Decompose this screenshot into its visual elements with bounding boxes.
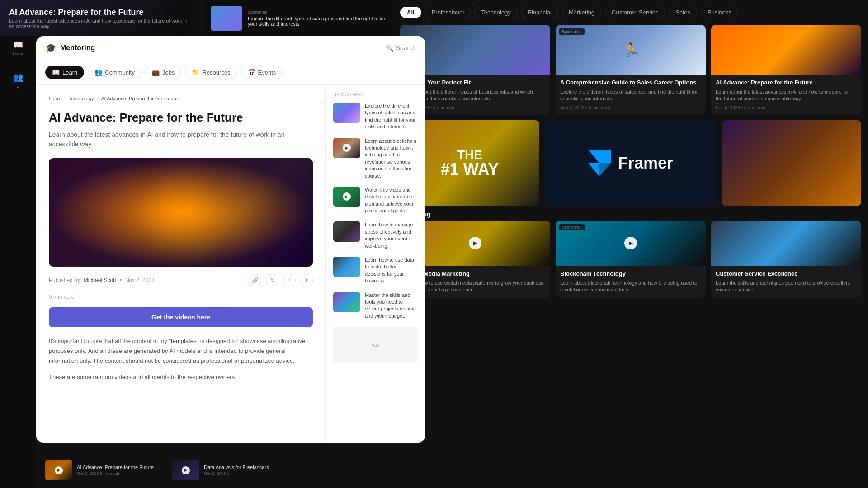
lower-card-2-play-btn[interactable]: ▶	[624, 237, 637, 249]
learn-tab-icon: 📖	[52, 69, 60, 76]
article-pane: Learn › Technology › AI Advance: Prepare…	[36, 85, 326, 443]
events-tab-icon: 📅	[248, 69, 255, 76]
card-3-read-time: 5 min read	[744, 105, 765, 110]
middle-card-3-overlay	[722, 120, 861, 206]
bottom-card-2-date: Nov 2, 2023	[204, 471, 226, 476]
framer-ad[interactable]: Framer	[545, 120, 717, 206]
sponsored-item-1[interactable]: Explore the different types of sales job…	[333, 103, 418, 131]
bg-top-right: Sponsored Explore the different types of…	[203, 0, 393, 36]
filter-all[interactable]: All	[400, 7, 421, 18]
share-linkedin-icon[interactable]: in	[300, 274, 313, 286]
sponsored-item-3[interactable]: ▶ Watch this video and develop a clear c…	[333, 187, 418, 215]
sponsored-thumb-2: ▶	[333, 138, 360, 158]
lower-card-2-play: ▶	[556, 221, 706, 266]
card-2-sponsored-badge: Sponsored	[559, 28, 585, 35]
learn-tab-label: Learn	[62, 69, 77, 76]
card-2-desc: Explore the different types of sales job…	[560, 89, 701, 103]
sponsored-text-2: Learn about blockchain technology and ho…	[365, 138, 418, 179]
play-button-2[interactable]: ▶	[343, 144, 351, 152]
cta-button[interactable]: Get the videos here	[49, 307, 313, 327]
card-2[interactable]: Sponsored 🏃 A Comprehensive Guide to Sal…	[556, 25, 706, 115]
lower-card-2-title: Blockchain Technology	[560, 270, 701, 278]
sponsored-item-6[interactable]: Master the skills and tools you need to …	[333, 292, 418, 320]
bottom-play-btn-1[interactable]: ▶	[55, 466, 63, 474]
bottom-thumb-1: ▶	[45, 460, 72, 480]
article-subtitle: Learn about the latest advances in AI an…	[49, 130, 313, 149]
nav-tab-resources[interactable]: 📁 Resources	[185, 66, 237, 79]
sponsored-item-2[interactable]: ▶ Learn about blockchain technology and …	[333, 138, 418, 179]
middle-card-3[interactable]	[722, 120, 861, 206]
sidebar-item-learn[interactable]: 📖 Learn	[9, 36, 27, 60]
play-button-3[interactable]: ▶	[343, 192, 351, 201]
bottom-card-1-read: 5 min read	[100, 471, 119, 476]
sponsored-thumb-4	[333, 221, 360, 242]
main-article-panel: 🎓 Mentoring 🔍 Search 📖 Learn 👥 Community…	[36, 36, 425, 443]
ads-placeholder: Ads	[333, 327, 418, 363]
read-time: 5 min read	[49, 294, 313, 300]
filter-sales[interactable]: Sales	[669, 7, 697, 18]
nav-tab-learn[interactable]: 📖 Learn	[45, 66, 84, 79]
sponsored-sidebar: Sponsored Explore the different types of…	[326, 85, 425, 443]
sponsored-text-4: Learn how to manage stress effectively a…	[365, 221, 418, 249]
lower-card-2-body: Blockchain Technology Learn about blockc…	[556, 266, 706, 298]
sponsored-text-3: Watch this video and develop a clear car…	[365, 187, 418, 215]
bottom-card-2[interactable]: ▶ Data Analysis for Freelancers Nov 2, 2…	[172, 460, 269, 480]
play-overlay-3: ▶	[333, 187, 360, 207]
svg-marker-0	[588, 150, 611, 163]
lower-card-2[interactable]: Sponsored ▶ Blockchain Technology Learn …	[556, 221, 706, 298]
share-fb-icon[interactable]: f	[283, 274, 296, 286]
bottom-play-btn-2[interactable]: ▶	[182, 466, 190, 474]
article-title: AI Advance: Prepare for the Future	[49, 110, 313, 126]
filter-customer-service[interactable]: Customer Service	[605, 7, 665, 18]
left-sidebar: 🎓 📖 Learn 👥 E	[0, 0, 36, 488]
search-button[interactable]: 🔍 Search	[386, 44, 416, 52]
resources-tab-icon: 📁	[192, 69, 199, 76]
author-name: Michael Scott	[84, 277, 116, 283]
modal-header: 🎓 Mentoring 🔍 Search	[36, 36, 425, 60]
framer-logo-icon	[588, 150, 611, 177]
card-3-image	[711, 25, 861, 75]
share-twitter-icon[interactable]: 𝕏	[266, 274, 278, 286]
nav-tab-community[interactable]: 👥 Community	[88, 66, 142, 79]
lower-card-1-play-btn[interactable]: ▶	[469, 237, 481, 249]
lower-card-3-desc: Learn the skills and techniques you need…	[716, 280, 857, 294]
community-icon: 👥	[13, 72, 23, 82]
bg-article-desc: Learn about the latest advances in AI an…	[9, 18, 190, 29]
article-author: Published by Michael Scott • Nov 2, 2023	[49, 277, 155, 283]
nav-tab-jobs[interactable]: 💼 Jobs	[145, 66, 181, 79]
sponsored-item-4[interactable]: Learn how to manage stress effectively a…	[333, 221, 418, 249]
breadcrumb-current: AI Advance: Prepare for the Future	[101, 96, 178, 101]
card-1-meta: Sep 3, 2023 • 5 min read	[405, 105, 546, 110]
sidebar-item-community[interactable]: 👥 E	[9, 69, 27, 92]
play-overlay-2: ▶	[333, 138, 360, 158]
middle-row: THE #1 WAY Framer	[400, 120, 861, 206]
lower-card-3-image	[711, 221, 861, 266]
search-icon: 🔍	[386, 44, 393, 52]
filter-marketing[interactable]: Marketing	[562, 7, 601, 18]
filter-technology[interactable]: Technology	[474, 7, 518, 18]
share-link-icon[interactable]: 🔗	[249, 274, 261, 286]
bottom-card-2-title: Data Analysis for Freelancers	[204, 465, 269, 470]
bottom-divider	[163, 461, 163, 479]
bottom-card-1-date: Nov 2, 2023	[77, 471, 99, 476]
filter-financial[interactable]: Financial	[521, 7, 558, 18]
published-by-label: Published by	[49, 277, 80, 283]
card-3[interactable]: AI Advance: Prepare for the Future Learn…	[711, 25, 861, 115]
breadcrumb-learn[interactable]: Learn	[49, 96, 61, 101]
filter-professional[interactable]: Professional	[425, 7, 471, 18]
lower-card-1-desc: Learn how to use social media platforms …	[405, 280, 546, 294]
article-meta: Published by Michael Scott • Nov 2, 2023…	[49, 274, 313, 286]
bottom-card-1[interactable]: ▶ AI Advance: Prepare for the Future Nov…	[45, 460, 154, 480]
svg-marker-2	[599, 163, 611, 177]
sponsored-label: Sponsored	[333, 92, 418, 97]
sponsored-thumb-5	[333, 257, 360, 277]
bottom-card-1-meta: Nov 2, 2023 5 min read	[77, 471, 154, 476]
breadcrumb-technology[interactable]: Technology	[69, 96, 94, 101]
sponsored-item-5[interactable]: Learn how to use data to make better dec…	[333, 257, 418, 285]
lower-card-3[interactable]: Customer Service Excellence Learn the sk…	[711, 221, 861, 298]
breadcrumb-sep-2: ›	[96, 96, 98, 101]
hero-glow-effect	[154, 185, 208, 239]
nav-tab-events[interactable]: 📅 Events	[241, 66, 283, 79]
app-logo: 🎓 Mentoring	[45, 42, 95, 53]
filter-business[interactable]: Business	[701, 7, 738, 18]
